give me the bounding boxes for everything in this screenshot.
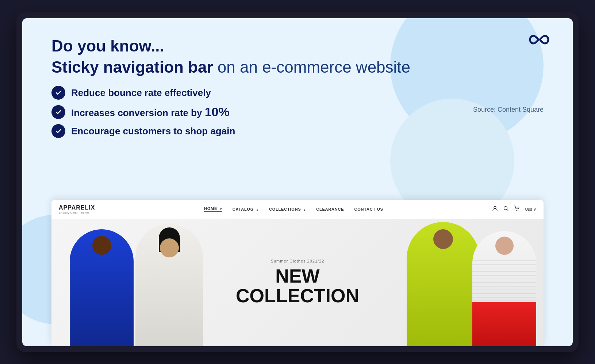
bullet-item-1: Reduce bounce rate effectively — [51, 86, 544, 100]
brand-sub: Shopify Clean Theme — [59, 211, 95, 214]
device-frame: Do you know... Sticky navigation bar on … — [16, 12, 579, 352]
brand-logo: APPARELIX Shopify Clean Theme — [59, 204, 95, 214]
hero-center-text: Summer Clothes 2021/22 NEW COLLECTION — [236, 259, 359, 306]
svg-point-2 — [516, 210, 517, 211]
headline-sticky: Sticky navigation bar on an e-commerce w… — [51, 58, 544, 77]
hero-sub-title: Summer Clothes 2021/22 — [236, 259, 359, 263]
headline-know: Do you know... — [51, 37, 544, 56]
nav-link-catalog[interactable]: CATALOG ∨ — [233, 207, 259, 211]
svg-point-3 — [518, 210, 518, 211]
svg-point-0 — [494, 206, 496, 208]
nav-link-contact[interactable]: CONTACT US — [354, 207, 383, 211]
currency-selector[interactable]: Usd ∨ — [525, 207, 536, 212]
hero-section: Summer Clothes 2021/22 NEW COLLECTION — [51, 219, 544, 346]
checkmark-icon-3 — [51, 124, 65, 138]
screen: Do you know... Sticky navigation bar on … — [22, 18, 573, 346]
nav-links: HOME ∨ CATALOG ∨ COLLECTIONS ∨ CLEARANCE… — [95, 206, 492, 212]
brand-name: APPARELIX — [59, 204, 95, 211]
cart-icon[interactable] — [514, 206, 520, 213]
hero-title-line1: NEW — [236, 266, 359, 286]
infinity-logo — [525, 31, 554, 49]
checkmark-icon-1 — [51, 86, 65, 100]
navbar: APPARELIX Shopify Clean Theme HOME ∨ CAT… — [51, 200, 544, 219]
nav-icons: Usd ∨ — [492, 206, 536, 213]
bullet-text-2: Increases conversion rate by 10% — [71, 105, 230, 119]
top-content: Do you know... Sticky navigation bar on … — [22, 18, 573, 151]
browser-mockup: APPARELIX Shopify Clean Theme HOME ∨ CAT… — [51, 200, 544, 346]
sticky-light: on an e-commerce website — [213, 58, 410, 76]
figure-white — [135, 224, 203, 346]
figure-striped — [472, 231, 536, 346]
highlight-percent: 10% — [205, 105, 230, 119]
nav-link-home[interactable]: HOME ∨ — [204, 206, 222, 212]
source-text: Source: Content Square — [473, 106, 544, 114]
hero-title: NEW COLLECTION — [236, 266, 359, 306]
bullet-text-3: Encourage customers to shop again — [71, 126, 235, 137]
bullet-item-3: Encourage customers to shop again — [51, 124, 544, 138]
figure-blue — [70, 229, 134, 346]
nav-link-collections[interactable]: COLLECTIONS ∨ — [269, 207, 306, 211]
nav-link-clearance[interactable]: CLEARANCE — [316, 207, 344, 211]
search-icon[interactable] — [503, 206, 509, 213]
hero-title-line2: COLLECTION — [236, 286, 359, 306]
checkmark-icon-2 — [51, 105, 65, 119]
user-icon[interactable] — [492, 206, 498, 213]
figure-yellow — [407, 222, 480, 346]
bullet-list: Reduce bounce rate effectively Increases… — [51, 86, 544, 138]
bullet-text-1: Reduce bounce rate effectively — [71, 87, 211, 99]
bullet-item-2: Increases conversion rate by 10% — [51, 105, 544, 119]
sticky-bold: Sticky navigation bar — [51, 58, 213, 76]
